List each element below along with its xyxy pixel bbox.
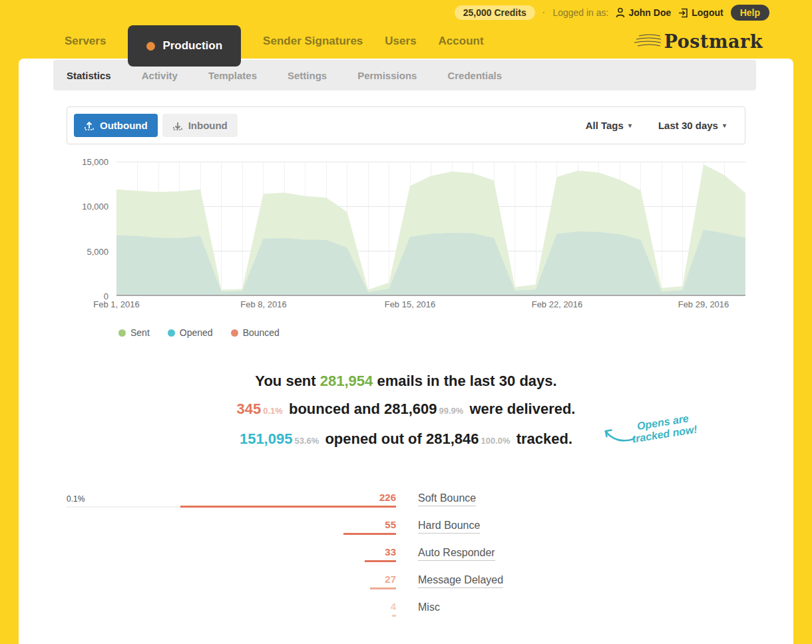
bounce-bar-cell: 33 [67,546,396,559]
inbound-toggle-button[interactable]: Inbound [162,114,238,137]
bounce-row: 27Message Delayed [67,573,793,587]
bounce-type-link: Misc [418,600,440,615]
bounce-bar [370,587,396,589]
bounce-bar [365,560,396,562]
volume-chart: 15,00010,0005,0000 [67,162,745,296]
tag-filter-label: All Tags [586,120,624,131]
bounce-count: 55 [385,519,396,530]
logout-label[interactable]: Logout [692,7,723,18]
postmark-logo[interactable]: Postmark [632,31,763,52]
x-tick-label: Feb 15, 2016 [385,299,436,309]
outbound-icon [84,120,95,131]
y-tick-label: 5,000 [87,247,108,257]
nav-item-users[interactable]: Users [385,35,416,48]
bounce-type-link[interactable]: Auto Responder [418,546,495,561]
credits-badge[interactable]: 25,000 Credits [455,5,535,20]
inbound-icon [172,120,183,131]
summary-block: You sent 281,954 emails in the last 30 d… [19,367,793,455]
user-icon [616,7,625,18]
tracked-count: 281,846 [426,430,479,447]
delivered-pct: 99.9% [439,406,464,416]
outbound-label: Outbound [100,120,148,131]
legend-item-bounced[interactable]: Bounced [231,327,280,338]
content-panel: StatisticsActivityTemplatesSettingsPermi… [19,59,793,644]
summary-text: bounced and [285,401,384,417]
nav-item-production-label: Production [162,39,222,53]
summary-text: emails in the last 30 days. [373,373,556,389]
bounce-bar-cell: 0.1%226 [67,491,396,504]
nav-item-servers[interactable]: Servers [65,35,106,48]
opened-count: 151,095 [240,430,293,447]
x-tick-label: Feb 1, 2016 [93,299,139,309]
bounce-row: 0.1%226Soft Bounce [67,491,793,506]
bounce-total-pct: 0.1% [67,492,85,506]
legend-item-sent[interactable]: Sent [118,327,150,338]
main-nav: Servers Production Sender Signatures Use… [0,24,812,59]
summary-text: were delivered. [465,401,575,417]
summary-text: opened out of [321,430,426,447]
bounce-bar [180,506,396,508]
nav-item-sender-signatures[interactable]: Sender Signatures [263,35,363,48]
subnav-item-activity[interactable]: Activity [142,70,178,81]
tag-filter-dropdown[interactable]: All Tags ▾ [586,120,632,131]
bounce-type-link[interactable]: Hard Bounce [418,518,480,534]
subnav-item-templates[interactable]: Templates [208,70,257,81]
legend-dot-icon [168,329,175,337]
delivered-count: 281,609 [384,401,437,417]
logged-in-label: Logged in as: [552,7,608,18]
outbound-toggle-button[interactable]: Outbound [74,114,158,137]
chevron-down-icon: ▾ [628,122,632,129]
stats-toolbar: Outbound Inbound All Tags ▾ Last 30 days… [67,106,745,144]
user-name: John Doe [628,7,671,18]
legend-label: Opened [180,327,213,338]
subnav-item-credentials[interactable]: Credentials [447,70,502,81]
x-tick-label: Feb 29, 2016 [678,299,729,309]
bounced-pct: 0.1% [263,406,283,416]
brand-wordmark: Postmark [664,31,763,52]
summary-line-sent: You sent 281,954 emails in the last 30 d… [19,367,793,395]
tracked-pct: 100.0% [481,436,510,446]
date-range-label: Last 30 days [658,120,718,131]
nav-item-account[interactable]: Account [439,35,484,48]
bounce-bar [392,615,396,617]
chart-y-axis: 15,00010,0005,0000 [67,162,116,296]
bounce-count: 4 [391,601,396,612]
postmark-waves-icon [632,33,662,50]
subnav-item-statistics[interactable]: Statistics [67,70,111,81]
server-color-dot [146,42,155,51]
bounce-type-link[interactable]: Soft Bounce [418,491,476,506]
bounce-type-link[interactable]: Message Delayed [418,573,503,588]
bounce-bar-cell: 55 [67,518,396,532]
bounce-row: 33Auto Responder [67,546,793,560]
bounce-breakdown: 0.1%226Soft Bounce55Hard Bounce33Auto Re… [67,491,793,615]
bounce-bar [343,533,396,535]
toolbar-filters: All Tags ▾ Last 30 days ▾ [586,120,738,131]
chart-plot-area [116,162,745,296]
logout-icon [678,8,688,18]
legend-dot-icon [118,329,126,337]
legend-label: Bounced [243,327,280,338]
bounced-count: 345 [237,401,262,417]
user-info: John Doe [616,7,671,18]
top-bar: 25,000 Credits · Logged in as: John Doe … [455,5,769,21]
bounce-bar-cell: 4 [67,600,396,613]
curved-arrow-icon [603,423,634,443]
bounce-row: 55Hard Bounce [67,518,793,533]
x-tick-label: Feb 22, 2016 [532,299,583,309]
opened-pct: 53.6% [294,436,319,446]
legend-dot-icon [231,329,238,337]
separator-dot: · [542,7,546,18]
chevron-down-icon: ▾ [723,122,726,129]
logout-control[interactable]: Logout [678,7,723,18]
nav-item-production-active[interactable]: Production [128,25,241,67]
legend-item-opened[interactable]: Opened [168,327,213,338]
bounce-count: 27 [385,573,396,585]
help-button[interactable]: Help [731,5,769,21]
date-range-dropdown[interactable]: Last 30 days ▾ [658,120,726,131]
bounce-count: 226 [379,492,396,503]
x-tick-label: Feb 8, 2016 [240,299,286,309]
summary-text: You sent [255,373,319,389]
subnav-item-settings[interactable]: Settings [288,70,327,81]
chart-x-axis: Feb 1, 2016Feb 8, 2016Feb 15, 2016Feb 22… [116,299,793,314]
subnav-item-permissions[interactable]: Permissions [357,70,417,81]
